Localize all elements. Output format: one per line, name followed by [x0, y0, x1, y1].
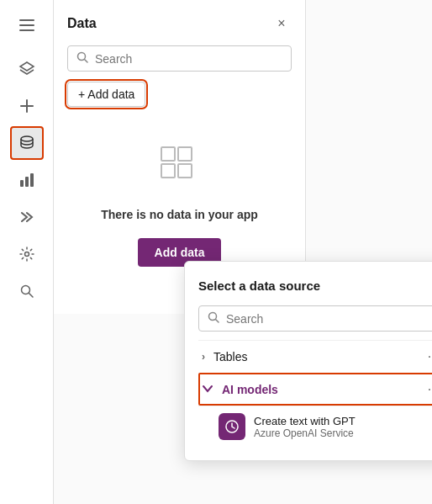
empty-text: There is no data in your app: [101, 208, 258, 221]
svg-rect-2: [19, 29, 34, 31]
search-icon: [76, 51, 88, 66]
svg-rect-0: [19, 19, 34, 21]
chevron-down-icon: [202, 383, 213, 397]
grid-icon: [155, 141, 205, 191]
gpt-info: Create text with GPT Azure OpenAI Servic…: [254, 415, 356, 439]
panel-title: Data: [67, 16, 97, 31]
database-icon[interactable]: [10, 126, 44, 160]
search-nav-icon[interactable]: [10, 274, 44, 308]
panel-header: Data ×: [67, 13, 292, 34]
left-nav: [0, 0, 54, 504]
svg-rect-7: [20, 180, 24, 187]
ai-models-more-button[interactable]: ···: [423, 380, 432, 399]
search-input[interactable]: [95, 52, 282, 66]
svg-line-20: [216, 320, 219, 323]
svg-rect-15: [161, 147, 175, 161]
chart-icon[interactable]: [10, 163, 44, 197]
chevron-right-icon: ›: [202, 351, 205, 363]
ds-search-input[interactable]: [226, 312, 432, 326]
tables-label: Tables: [213, 350, 423, 363]
svg-rect-8: [25, 177, 29, 187]
hamburger-icon[interactable]: [10, 8, 44, 42]
data-source-panel: Select a data source × › Tables ···: [184, 261, 432, 461]
ds-item-tables[interactable]: › Tables ···: [198, 340, 432, 373]
svg-line-14: [85, 60, 88, 63]
svg-point-10: [24, 252, 29, 257]
main-panel: Data × + Add data There is no: [54, 0, 432, 504]
ai-models-label: AI models: [222, 383, 423, 396]
add-data-label: + Add data: [78, 88, 134, 101]
ds-subitem-gpt[interactable]: Create text with GPT Azure OpenAI Servic…: [198, 406, 432, 447]
svg-marker-3: [20, 62, 34, 71]
add-data-dropdown-button[interactable]: + Add data: [67, 82, 145, 107]
tables-more-button[interactable]: ···: [423, 347, 432, 366]
data-search-box[interactable]: [67, 45, 292, 72]
svg-rect-17: [161, 164, 175, 178]
close-panel-button[interactable]: ×: [271, 13, 292, 34]
settings-icon[interactable]: [10, 237, 44, 271]
svg-rect-1: [19, 24, 34, 26]
svg-point-6: [21, 136, 33, 141]
ds-title: Select a data source: [198, 279, 320, 293]
forward-icon[interactable]: [10, 200, 44, 234]
ds-search-box[interactable]: [198, 305, 432, 332]
layers-icon[interactable]: [10, 52, 44, 86]
ds-search-icon: [208, 311, 219, 326]
ds-item-ai-models[interactable]: AI models ···: [198, 373, 432, 406]
gpt-subtitle: Azure OpenAI Service: [254, 427, 356, 439]
svg-rect-18: [178, 164, 192, 178]
ds-header: Select a data source ×: [198, 275, 432, 295]
close-ds-button[interactable]: ×: [427, 275, 432, 295]
gpt-name: Create text with GPT: [254, 415, 356, 427]
svg-rect-16: [178, 147, 192, 161]
svg-line-12: [29, 294, 33, 298]
gpt-icon: [219, 413, 245, 440]
plus-icon[interactable]: [10, 89, 44, 123]
svg-rect-9: [30, 173, 34, 187]
